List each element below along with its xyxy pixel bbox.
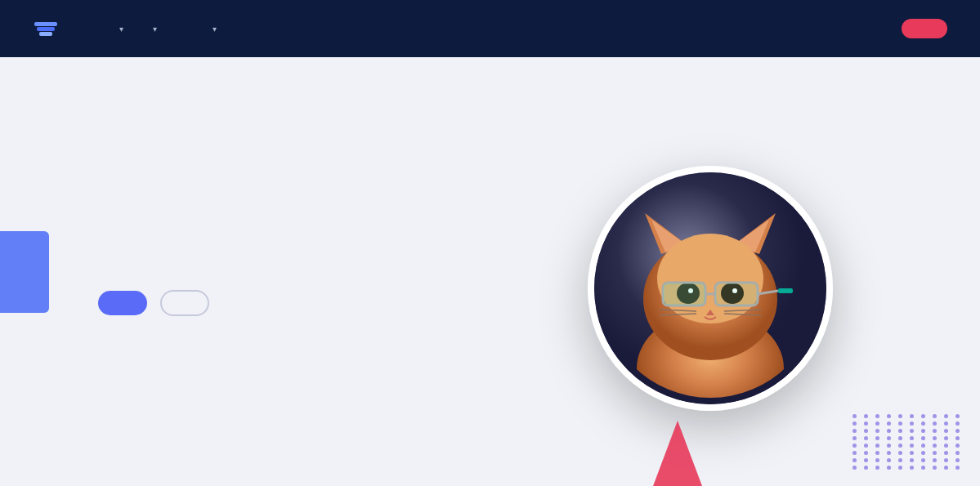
nav-plans[interactable]	[173, 24, 193, 33]
nav-for[interactable]: ▾	[199, 20, 226, 38]
svg-rect-27	[778, 288, 793, 293]
product-hunt-button[interactable]	[160, 290, 209, 316]
navbar: ▾ ▾ ▾	[0, 0, 980, 57]
for-chevron-icon: ▾	[213, 25, 217, 33]
nav-right	[866, 19, 947, 38]
logo-icon	[33, 16, 59, 42]
grab-free-account-button[interactable]	[98, 291, 147, 315]
nav-resources[interactable]: ▾	[140, 20, 167, 38]
hero-right	[507, 166, 915, 411]
start-building-button[interactable]	[902, 19, 947, 38]
pink-arrow-decoration	[653, 421, 702, 486]
cat-illustration	[594, 172, 826, 404]
hero-left	[98, 261, 507, 316]
blue-accent-bar	[0, 231, 49, 313]
hero-section: const grid = document.querySelector('.do…	[0, 57, 980, 486]
svg-rect-24	[715, 283, 758, 305]
login-button[interactable]	[866, 24, 885, 33]
hero-buttons	[98, 290, 507, 316]
svg-rect-1	[37, 27, 55, 31]
platform-chevron-icon: ▾	[119, 25, 123, 33]
svg-rect-2	[39, 32, 52, 36]
nav-platform[interactable]: ▾	[106, 20, 133, 38]
logo[interactable]	[33, 16, 67, 42]
nav-links: ▾ ▾ ▾	[106, 20, 839, 38]
dot-grid-decoration: const grid = document.querySelector('.do…	[852, 414, 964, 470]
svg-rect-0	[34, 22, 57, 26]
resources-chevron-icon: ▾	[153, 25, 157, 33]
svg-rect-23	[663, 283, 705, 305]
product-hunt-image	[588, 166, 833, 411]
